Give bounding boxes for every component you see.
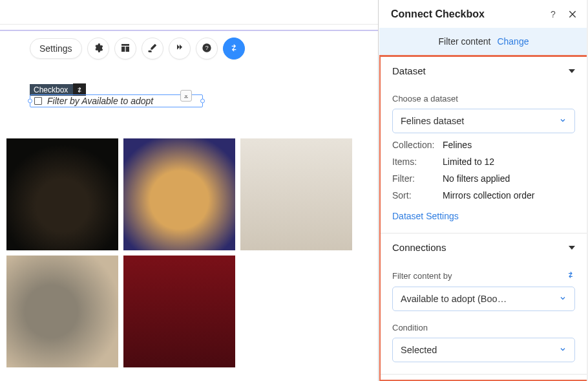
- change-link[interactable]: Change: [497, 36, 529, 47]
- grid-image[interactable]: [123, 256, 235, 367]
- dataset-heading: Dataset: [392, 65, 426, 76]
- gear-icon: [93, 43, 103, 55]
- collection-key: Collection:: [392, 140, 443, 150]
- svg-text:?: ?: [205, 45, 208, 51]
- animation-icon: [174, 43, 185, 55]
- canvas-area: Settings ? Checkbox Filter by Available …: [0, 0, 378, 381]
- checkbox-label: Filter by Available to adopt: [47, 96, 153, 106]
- chevron-down-icon: [559, 345, 567, 355]
- layout-icon: [120, 43, 131, 55]
- checkbox-element[interactable]: Filter by Available to adopt: [30, 94, 203, 107]
- layout-button[interactable]: [114, 38, 136, 60]
- dataset-section-head[interactable]: Dataset: [381, 57, 587, 85]
- grid-image[interactable]: [6, 256, 118, 367]
- animation-button[interactable]: [169, 38, 191, 60]
- chevron-down-icon: [559, 116, 567, 126]
- condition-label: Condition: [392, 323, 575, 332]
- filter-strip-label: Filter content: [439, 36, 491, 47]
- dataset-select-value: Felines dataset: [401, 116, 464, 126]
- sort-value: Mirrors collection order: [443, 190, 534, 201]
- items-key: Items:: [392, 157, 443, 167]
- help-icon: ?: [202, 43, 212, 55]
- gear-button[interactable]: [87, 38, 109, 60]
- panel-header: Connect Checkbox ?: [379, 0, 588, 28]
- resize-handle-left[interactable]: [28, 99, 32, 103]
- filter-content-by-label: Filter content by: [392, 271, 452, 281]
- collection-value: Felines: [443, 140, 472, 150]
- chevron-down-icon: [569, 69, 575, 73]
- data-badge[interactable]: [180, 90, 192, 102]
- sort-key: Sort:: [392, 190, 443, 201]
- highlighted-sections: Dataset Choose a dataset Felines dataset…: [379, 55, 588, 381]
- connections-heading: Connections: [392, 242, 446, 253]
- settings-button[interactable]: Settings: [30, 38, 82, 59]
- filter-by-select[interactable]: Available to adopt (Boo…: [392, 287, 575, 311]
- panel-title: Connect Checkbox: [391, 8, 485, 20]
- grid-image[interactable]: [123, 138, 235, 250]
- panel-divider: [378, 0, 379, 381]
- element-tag-label: Checkbox: [30, 84, 73, 96]
- filter-key: Filter:: [392, 173, 443, 184]
- dataset-settings-link[interactable]: Dataset Settings: [392, 211, 459, 221]
- close-icon[interactable]: [567, 9, 578, 19]
- connections-section: Connections Filter content by Available …: [381, 234, 587, 375]
- grid-image[interactable]: [6, 138, 118, 250]
- brush-icon: [147, 43, 158, 55]
- panel-help-icon[interactable]: ?: [548, 9, 558, 19]
- filter-value: No filters applied: [443, 173, 510, 184]
- condition-select[interactable]: Selected: [392, 338, 575, 362]
- filter-strip: Filter content Change: [379, 28, 588, 55]
- connections-section-head[interactable]: Connections: [381, 234, 587, 261]
- chevron-down-icon: [569, 246, 575, 250]
- checkbox-box[interactable]: [34, 97, 42, 105]
- filter-by-select-value: Available to adopt (Boo…: [401, 294, 507, 304]
- image-grid: [6, 138, 352, 367]
- choose-dataset-label: Choose a dataset: [392, 94, 575, 103]
- swap-icon[interactable]: [566, 270, 575, 281]
- connect-panel: Connect Checkbox ? Filter content Change…: [379, 0, 588, 381]
- element-toolbar: Settings ?: [0, 31, 378, 60]
- dataset-section: Dataset Choose a dataset Felines dataset…: [381, 57, 587, 234]
- grid-image[interactable]: [240, 138, 352, 250]
- connect-icon: [229, 43, 239, 55]
- items-value: Limited to 12: [443, 157, 494, 167]
- resize-handle-right[interactable]: [200, 99, 205, 103]
- design-button[interactable]: [142, 38, 163, 60]
- help-button[interactable]: ?: [196, 38, 218, 60]
- connect-data-button[interactable]: [223, 38, 245, 60]
- dataset-select[interactable]: Felines dataset: [392, 109, 575, 133]
- condition-select-value: Selected: [401, 345, 437, 355]
- chevron-down-icon: [559, 294, 567, 304]
